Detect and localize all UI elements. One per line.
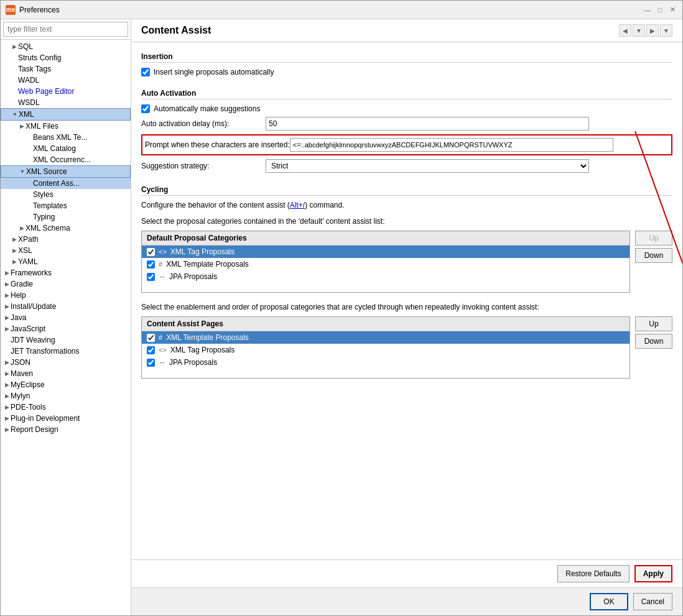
- sidebar-item-javascript[interactable]: ▶ JavaScript: [1, 323, 131, 334]
- sidebar-item-xpath[interactable]: ▶ XPath: [1, 234, 131, 245]
- sidebar-item-yaml[interactable]: ▶ YAML: [1, 256, 131, 267]
- expand-arrow: ▶: [3, 415, 11, 422]
- auto-suggestions-checkbox[interactable]: [141, 104, 150, 113]
- sidebar-item-json[interactable]: ▶ JSON: [1, 357, 131, 368]
- sidebar-item-plugin-development[interactable]: ▶ Plug-in Development: [1, 413, 131, 424]
- nav-buttons: ◀ ▼ ▶ ▼: [619, 24, 672, 37]
- close-button[interactable]: ✕: [667, 5, 677, 15]
- sidebar-item-templates[interactable]: Templates: [1, 200, 131, 211]
- sidebar-item-label: WADL: [18, 76, 39, 85]
- cancel-button[interactable]: Cancel: [633, 593, 672, 610]
- sidebar-item-label: Styles: [33, 190, 53, 199]
- strategy-row: Suggestion strategy: Strict: [141, 159, 672, 173]
- expand-arrow: ▶: [11, 43, 18, 50]
- sidebar-item-myeclipse[interactable]: ▶ MyEclipse: [1, 379, 131, 390]
- expand-arrow: [11, 54, 18, 62]
- sidebar-item-report-design[interactable]: ▶ Report Design: [1, 424, 131, 435]
- sidebar-item-label: Content Ass...: [33, 179, 80, 188]
- forward-button[interactable]: ▶: [646, 24, 659, 37]
- insertion-title: Insertion: [141, 52, 672, 63]
- sidebar-item-label: SQL: [18, 42, 33, 51]
- sidebar-item-label: XPath: [18, 235, 39, 244]
- page-xml-template[interactable]: # XML Template Proposals: [142, 331, 630, 344]
- expand-arrow: ▶: [11, 236, 18, 243]
- xml-tag-page-icon: <>: [159, 346, 167, 354]
- default-proposals-buttons: Up Down: [635, 231, 672, 263]
- restore-defaults-button[interactable]: Restore Defaults: [557, 565, 629, 582]
- sidebar-item-install-update[interactable]: ▶ Install/Update: [1, 301, 131, 312]
- prompt-input[interactable]: [290, 138, 613, 152]
- default-up-button[interactable]: Up: [635, 231, 672, 246]
- proposal-xml-tag[interactable]: <> XML Tag Proposals: [142, 246, 630, 258]
- ok-button[interactable]: OK: [590, 593, 628, 610]
- sidebar-item-label: XML Catalog: [33, 144, 76, 153]
- page-jpa-checkbox[interactable]: [147, 359, 155, 367]
- expand-arrow: ▶: [3, 403, 11, 411]
- sidebar-item-typing[interactable]: Typing: [1, 211, 131, 223]
- forward-dropdown[interactable]: ▼: [660, 24, 672, 37]
- page-title: Content Assist: [141, 25, 211, 36]
- back-button[interactable]: ◀: [619, 24, 631, 37]
- sidebar-item-xml-occurrences[interactable]: XML Occurrenc...: [1, 154, 131, 165]
- sidebar-item-mylyn[interactable]: ▶ Mylyn: [1, 390, 131, 402]
- sidebar-item-frameworks[interactable]: ▶ Frameworks: [1, 267, 131, 278]
- pages-up-button[interactable]: Up: [635, 316, 672, 331]
- sidebar-item-help[interactable]: ▶ Help: [1, 290, 131, 301]
- page-jpa-label: JPA Proposals: [169, 358, 217, 367]
- sidebar-item-xml-catalog[interactable]: XML Catalog: [1, 143, 131, 154]
- xml-template-icon: #: [159, 260, 162, 268]
- sidebar-item-xml-files[interactable]: ▶ XML Files: [1, 121, 131, 132]
- sidebar-item-wadl[interactable]: WADL: [1, 75, 131, 86]
- page-jpa[interactable]: ↔ JPA Proposals: [142, 356, 630, 369]
- sidebar-item-jet-transformations[interactable]: JET Transformations: [1, 346, 131, 357]
- sidebar-item-xsl[interactable]: ▶ XSL: [1, 245, 131, 256]
- sidebar-item-xml-source[interactable]: ▼ XML Source: [1, 165, 131, 178]
- delay-label: Auto activation delay (ms):: [141, 119, 266, 128]
- sidebar-item-label: WSDL: [18, 98, 40, 107]
- default-down-button[interactable]: Down: [635, 248, 672, 263]
- delay-input[interactable]: [266, 117, 589, 131]
- page-xml-tag[interactable]: <> XML Tag Proposals: [142, 344, 630, 356]
- sidebar-item-java[interactable]: ▶ Java: [1, 312, 131, 323]
- sidebar-item-pde-tools[interactable]: ▶ PDE-Tools: [1, 402, 131, 413]
- window-controls: — □ ✕: [643, 5, 677, 15]
- window-title: Preferences: [19, 6, 643, 14]
- insert-single-proposals-checkbox[interactable]: [141, 68, 150, 76]
- alt-shortcut-link[interactable]: Alt+/: [290, 201, 305, 209]
- sidebar-item-web-page-editor[interactable]: Web Page Editor: [1, 86, 131, 97]
- sidebar-item-task-tags[interactable]: Task Tags: [1, 63, 131, 75]
- page-xml-tag-checkbox[interactable]: [147, 346, 155, 354]
- apply-button[interactable]: Apply: [634, 565, 672, 582]
- sidebar-item-label: MyEclipse: [11, 380, 45, 389]
- nav-dropdown[interactable]: ▼: [633, 24, 645, 37]
- search-input[interactable]: [3, 22, 128, 37]
- sidebar-item-xml[interactable]: ▼ XML: [1, 108, 131, 121]
- sidebar-item-styles[interactable]: Styles: [1, 189, 131, 200]
- expand-arrow: [26, 213, 33, 221]
- sidebar-item-maven[interactable]: ▶ Maven: [1, 368, 131, 379]
- prompt-value-container: [290, 138, 669, 152]
- strategy-select[interactable]: Strict: [266, 159, 589, 173]
- xml-tag-icon: <>: [159, 248, 167, 255]
- sidebar-item-label: Report Design: [11, 425, 58, 434]
- sidebar-item-sql[interactable]: ▶ SQL: [1, 41, 131, 52]
- proposal-xml-template-checkbox[interactable]: [147, 260, 155, 269]
- maximize-button[interactable]: □: [655, 5, 665, 15]
- sidebar-item-jdt-weaving[interactable]: JDT Weaving: [1, 334, 131, 346]
- sidebar-item-beans-xml[interactable]: Beans XML Te...: [1, 132, 131, 143]
- sidebar-item-wsdl[interactable]: WSDL: [1, 97, 131, 108]
- proposal-jpa[interactable]: ↔ JPA Proposals: [142, 270, 630, 283]
- proposal-jpa-checkbox[interactable]: [147, 273, 155, 281]
- prompt-label: Prompt when these characters are inserte…: [145, 140, 290, 149]
- sidebar-item-content-assist[interactable]: Content Ass...: [1, 178, 131, 189]
- sidebar-item-xml-schema[interactable]: ▶ XML Schema: [1, 223, 131, 234]
- proposal-xml-tag-checkbox[interactable]: [147, 248, 155, 256]
- minimize-button[interactable]: —: [643, 5, 653, 15]
- sidebar-item-gradle[interactable]: ▶ Gradle: [1, 278, 131, 290]
- page-xml-template-checkbox[interactable]: [147, 334, 155, 342]
- sidebar-item-label: Mylyn: [11, 392, 30, 400]
- sidebar-item-struts-config[interactable]: Struts Config: [1, 52, 131, 63]
- sidebar-item-label: XML Source: [26, 167, 67, 176]
- pages-down-button[interactable]: Down: [635, 334, 672, 349]
- proposal-xml-template[interactable]: # XML Template Proposals: [142, 258, 630, 270]
